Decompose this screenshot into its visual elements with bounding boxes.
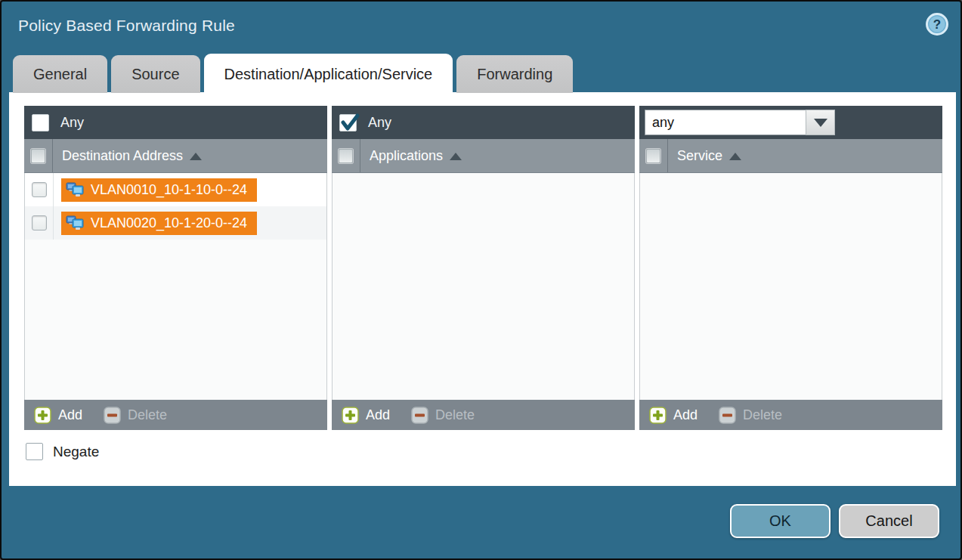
destination-delete-button[interactable]: Delete — [104, 407, 167, 424]
list-item-destination-1[interactable]: VLAN0010_10-1-10-0--24 — [61, 178, 257, 202]
applications-delete-button[interactable]: Delete — [411, 407, 475, 424]
destination-address-list: VLAN0010_10-1-10-0--24 — [24, 173, 327, 400]
add-icon — [342, 407, 359, 424]
applications-column-header: Applications — [332, 139, 635, 173]
delete-icon — [411, 407, 428, 424]
tab-source[interactable]: Source — [111, 55, 200, 93]
cancel-button[interactable]: Cancel — [839, 504, 939, 538]
negate-option: Negate — [26, 443, 99, 460]
dialog-title: Policy Based Forwarding Rule — [18, 17, 235, 35]
service-select-all-checkbox[interactable] — [646, 149, 660, 163]
tab-destination-application-service[interactable]: Destination/Application/Service — [204, 54, 453, 93]
svg-text:?: ? — [933, 17, 941, 32]
delete-icon — [104, 407, 121, 424]
applications-column-label: Applications — [370, 148, 443, 164]
table-row: VLAN0010_10-1-10-0--24 — [25, 173, 326, 206]
network-address-icon — [66, 215, 85, 231]
destination-row-checkbox-1[interactable] — [32, 182, 47, 197]
destination-toolbar: Add Delete — [24, 400, 327, 430]
destination-column-header: Destination Address — [24, 139, 327, 173]
tab-general[interactable]: General — [13, 55, 107, 93]
negate-label: Negate — [53, 444, 99, 460]
applications-panel: Any Applications — [332, 106, 635, 430]
applications-any-checkbox[interactable] — [339, 114, 357, 131]
service-delete-button[interactable]: Delete — [719, 407, 782, 424]
negate-checkbox[interactable] — [26, 443, 43, 460]
policy-based-forwarding-dialog: Policy Based Forwarding Rule ? General S… — [0, 0, 962, 560]
service-add-button[interactable]: Add — [649, 407, 698, 424]
ok-button[interactable]: OK — [730, 504, 831, 538]
chevron-down-icon — [814, 119, 827, 127]
service-dropdown-value[interactable]: any — [645, 110, 806, 135]
destination-any-bar: Any — [24, 106, 327, 139]
help-icon[interactable]: ? — [926, 13, 948, 36]
destination-column-sort[interactable]: Destination Address — [53, 139, 202, 172]
service-dropdown-bar: any — [639, 106, 942, 139]
add-icon — [34, 407, 51, 424]
dialog-footer: OK Cancel — [730, 504, 939, 538]
applications-list — [332, 173, 635, 400]
destination-row-checkbox-2[interactable] — [32, 215, 47, 230]
tab-forwarding[interactable]: Forwarding — [456, 55, 573, 93]
destination-column-label: Destination Address — [62, 148, 183, 164]
service-column-label: Service — [677, 148, 722, 164]
service-dropdown-button[interactable] — [806, 110, 835, 135]
destination-any-label: Any — [60, 115, 84, 131]
table-row: VLAN0020_10-1-20-0--24 — [25, 206, 326, 240]
destination-select-all-checkbox[interactable] — [31, 149, 45, 163]
list-item-destination-2[interactable]: VLAN0020_10-1-20-0--24 — [61, 212, 257, 235]
service-list — [639, 173, 942, 400]
sort-asc-icon — [190, 153, 202, 160]
tab-bar: General Source Destination/Application/S… — [13, 54, 573, 93]
sort-asc-icon — [729, 153, 741, 160]
applications-any-bar: Any — [332, 106, 635, 139]
sort-asc-icon — [450, 153, 462, 160]
applications-column-sort[interactable]: Applications — [360, 139, 462, 172]
applications-toolbar: Add Delete — [332, 400, 635, 430]
service-toolbar: Add Delete — [639, 400, 942, 430]
service-panel: any Service — [639, 106, 942, 430]
destination-any-checkbox[interactable] — [32, 114, 49, 131]
service-dropdown: any — [645, 110, 835, 135]
service-column-header: Service — [639, 139, 942, 173]
network-address-icon — [66, 182, 85, 198]
service-column-sort[interactable]: Service — [668, 139, 741, 172]
applications-add-button[interactable]: Add — [342, 407, 390, 424]
destination-address-panel: Any Destination Address — [24, 106, 327, 430]
applications-any-label: Any — [368, 115, 391, 131]
tab-content: Any Destination Address — [9, 92, 956, 486]
applications-select-all-checkbox[interactable] — [339, 149, 353, 163]
add-icon — [649, 407, 667, 424]
delete-icon — [719, 407, 736, 424]
panels-container: Any Destination Address — [24, 106, 942, 430]
destination-add-button[interactable]: Add — [34, 407, 82, 424]
